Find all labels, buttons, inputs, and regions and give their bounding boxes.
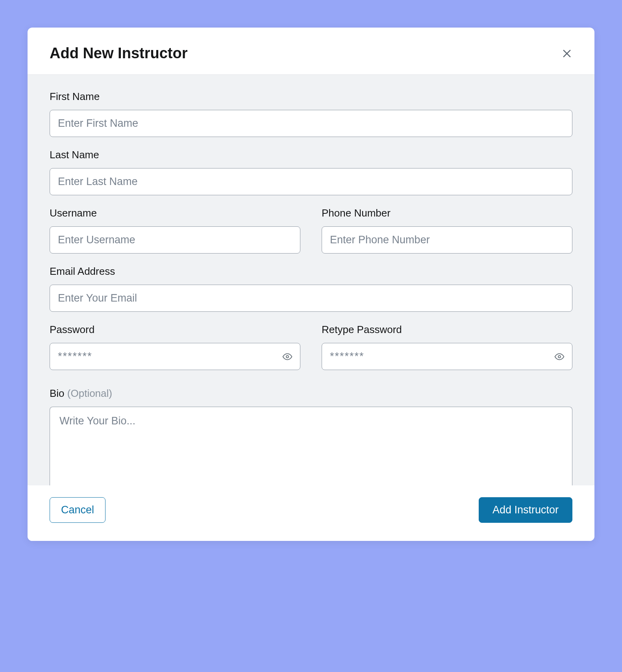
- phone-input[interactable]: [322, 226, 572, 254]
- first-name-input[interactable]: [50, 110, 572, 137]
- last-name-input[interactable]: [50, 168, 572, 195]
- modal-footer: Cancel Add Instructor: [28, 485, 594, 541]
- eye-icon[interactable]: [282, 352, 292, 362]
- bio-label: Bio (Optional): [50, 387, 572, 400]
- username-group: Username: [50, 207, 300, 254]
- phone-label: Phone Number: [322, 207, 572, 219]
- retype-password-group: Retype Password: [322, 324, 572, 370]
- svg-point-3: [558, 355, 561, 358]
- retype-password-wrapper: [322, 343, 572, 370]
- add-instructor-modal: Add New Instructor First Name Last Name …: [28, 28, 594, 541]
- svg-point-2: [286, 355, 289, 358]
- bio-optional-text: (Optional): [67, 387, 112, 399]
- email-group: Email Address: [50, 265, 572, 312]
- phone-group: Phone Number: [322, 207, 572, 254]
- retype-password-input[interactable]: [322, 343, 572, 370]
- close-icon[interactable]: [561, 48, 572, 59]
- first-name-group: First Name: [50, 91, 572, 137]
- bio-label-text: Bio: [50, 387, 67, 399]
- modal-body: First Name Last Name Username Phone Numb…: [28, 75, 594, 485]
- cancel-button[interactable]: Cancel: [50, 497, 106, 523]
- password-group: Password: [50, 324, 300, 370]
- username-label: Username: [50, 207, 300, 219]
- last-name-label: Last Name: [50, 149, 572, 161]
- password-wrapper: [50, 343, 300, 370]
- last-name-group: Last Name: [50, 149, 572, 195]
- retype-password-label: Retype Password: [322, 324, 572, 336]
- bio-group: Bio (Optional): [50, 387, 572, 485]
- password-input[interactable]: [50, 343, 300, 370]
- eye-icon[interactable]: [554, 352, 565, 362]
- username-input[interactable]: [50, 226, 300, 254]
- email-input[interactable]: [50, 285, 572, 312]
- modal-title: Add New Instructor: [50, 45, 187, 62]
- bio-textarea[interactable]: [50, 407, 572, 485]
- email-label: Email Address: [50, 265, 572, 278]
- add-instructor-button[interactable]: Add Instructor: [479, 497, 572, 523]
- first-name-label: First Name: [50, 91, 572, 103]
- password-label: Password: [50, 324, 300, 336]
- modal-header: Add New Instructor: [28, 28, 594, 75]
